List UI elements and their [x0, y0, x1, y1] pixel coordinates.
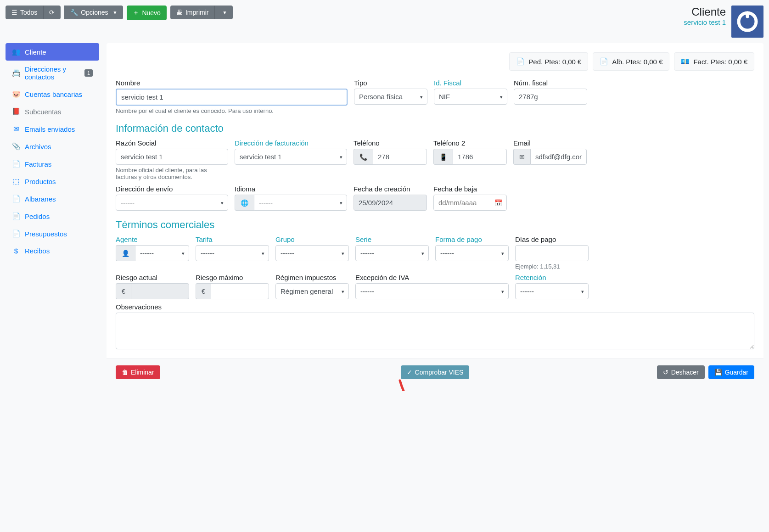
- tarifa-label[interactable]: Tarifa: [196, 235, 269, 243]
- todos-button[interactable]: ☰ Todos: [6, 6, 43, 19]
- diaspago-input[interactable]: [515, 245, 589, 261]
- copy-icon: 📄: [12, 230, 20, 238]
- sidebar-item-label: Emails enviados: [25, 125, 75, 133]
- sidebar-item-cliente[interactable]: 👥 Cliente: [6, 43, 99, 61]
- sidebar-item-pedidos[interactable]: 📄 Pedidos: [6, 207, 99, 225]
- sidebar-item-archivos[interactable]: 📎 Archivos: [6, 138, 99, 155]
- nuevo-button[interactable]: ＋ Nuevo: [127, 6, 166, 20]
- numfiscal-input[interactable]: [514, 89, 587, 105]
- guardar-button[interactable]: 💾 Guardar: [708, 365, 754, 379]
- status-alb[interactable]: 📄 Alb. Ptes: 0,00 €: [593, 52, 669, 71]
- fcreacion-label: Fecha de creación: [354, 185, 427, 193]
- status-fact[interactable]: 💶 Fact. Ptes: 0,00 €: [674, 52, 754, 71]
- sidebar-item-label: Productos: [25, 178, 56, 185]
- eliminar-button[interactable]: 🗑 Eliminar: [116, 365, 160, 379]
- nombre-input[interactable]: [116, 89, 348, 106]
- excepcion-select[interactable]: [355, 283, 509, 299]
- agente-select[interactable]: [135, 245, 189, 261]
- sidebar-item-direcciones[interactable]: 📇 Direcciones y contactos 1: [6, 61, 99, 85]
- user-icon: 👤: [116, 245, 135, 261]
- caret-down-icon: ▼: [222, 10, 227, 15]
- retencion-select[interactable]: [515, 283, 589, 299]
- obs-label: Observaciones: [116, 303, 754, 311]
- status-ped[interactable]: 📄 Ped. Ptes: 0,00 €: [509, 52, 588, 71]
- sidebar-item-presupuestos[interactable]: 📄 Presupuestos: [6, 225, 99, 242]
- idioma-select[interactable]: [254, 195, 347, 211]
- sidebar-item-label: Facturas: [25, 160, 51, 168]
- dir-label[interactable]: Dirección de facturación: [235, 139, 347, 147]
- tel2-label: Teléfono 2: [433, 139, 507, 147]
- imprimir-button[interactable]: 🖶 Imprimir: [170, 6, 215, 19]
- imprimir-dropdown[interactable]: ▼: [214, 6, 233, 19]
- dir-select[interactable]: [235, 149, 347, 165]
- avatar: [731, 6, 763, 38]
- grupo-label[interactable]: Grupo: [275, 235, 349, 243]
- numfiscal-label: Núm. fiscal: [514, 79, 587, 87]
- dollar-icon: $: [12, 247, 20, 255]
- deshacer-button[interactable]: ↺ Deshacer: [657, 365, 705, 379]
- grupo-select[interactable]: [275, 245, 349, 261]
- todos-label: Todos: [20, 9, 37, 16]
- tel-input[interactable]: [373, 149, 427, 165]
- diaspago-help: Ejemplo: 1,15,31: [515, 263, 589, 270]
- plus-icon: ＋: [133, 9, 139, 17]
- obs-textarea[interactable]: [116, 313, 754, 349]
- copy-icon: 📄: [12, 160, 20, 168]
- sidebar-item-cuentas[interactable]: 🐷 Cuentas bancarias: [6, 85, 99, 103]
- email-label: Email: [513, 139, 587, 147]
- razon-input[interactable]: [116, 149, 228, 165]
- subtitle-link[interactable]: servicio test 1: [684, 18, 726, 26]
- fpago-select[interactable]: [435, 245, 509, 261]
- wrench-icon: 🔧: [70, 9, 78, 16]
- tipo-select[interactable]: [354, 89, 427, 105]
- email-input[interactable]: [530, 149, 587, 165]
- idfiscal-label[interactable]: Id. Fiscal: [434, 79, 507, 87]
- sidebar-item-label: Subcuentas: [25, 108, 61, 116]
- envio-select[interactable]: [116, 195, 228, 211]
- fpago-label[interactable]: Forma de pago: [435, 235, 509, 243]
- save-icon: 💾: [714, 369, 722, 376]
- address-icon: 📇: [12, 69, 20, 77]
- excepcion-label: Excepción de IVA: [355, 274, 509, 281]
- idfiscal-select[interactable]: [434, 89, 507, 105]
- euro-icon: €: [196, 283, 211, 299]
- agente-label[interactable]: Agente: [116, 235, 189, 243]
- mobile-icon: 📱: [433, 149, 453, 165]
- sidebar-item-label: Pedidos: [25, 213, 50, 220]
- fcreacion-input: [354, 195, 427, 211]
- razon-help: Nombre oficial del cliente, para las fac…: [116, 167, 212, 180]
- page-title: Cliente: [684, 6, 726, 18]
- riesgomax-input[interactable]: [211, 283, 269, 299]
- copy-icon: 📄: [12, 212, 20, 220]
- sidebar-item-facturas[interactable]: 📄 Facturas: [6, 155, 99, 173]
- serie-select[interactable]: [355, 245, 429, 261]
- regimen-label: Régimen impuestos: [275, 274, 349, 281]
- book-icon: 📕: [12, 107, 20, 116]
- fbaja-label: Fecha de baja: [433, 185, 507, 193]
- tel2-input[interactable]: [453, 149, 507, 165]
- main-panel: 📄 Ped. Ptes: 0,00 € 📄 Alb. Ptes: 0,00 € …: [107, 43, 763, 386]
- imprimir-label: Imprimir: [185, 9, 209, 16]
- tarifa-select[interactable]: [196, 245, 269, 261]
- refresh-button[interactable]: ⟳: [43, 6, 61, 19]
- sidebar-item-subcuentas[interactable]: 📕 Subcuentas: [6, 103, 99, 120]
- vies-button[interactable]: ✓ Comprobar VIES: [401, 365, 470, 379]
- opciones-button[interactable]: 🔧 Opciones ▼: [64, 6, 123, 19]
- opciones-label: Opciones: [81, 9, 108, 16]
- phone-icon: 📞: [354, 149, 373, 165]
- list-icon: ☰: [11, 9, 17, 16]
- regimen-select[interactable]: [275, 283, 349, 299]
- sidebar-item-emails[interactable]: ✉ Emails enviados: [6, 120, 99, 138]
- sidebar-item-productos[interactable]: ⬚ Productos: [6, 173, 99, 190]
- sidebar-item-recibos[interactable]: $ Recibos: [6, 242, 99, 259]
- serie-label[interactable]: Serie: [355, 235, 429, 243]
- check-icon: ✓: [407, 369, 412, 376]
- sidebar-item-albaranes[interactable]: 📄 Albaranes: [6, 190, 99, 207]
- money-icon: 💶: [681, 57, 690, 66]
- clip-icon: 📎: [12, 142, 20, 151]
- sidebar-item-label: Cliente: [25, 48, 46, 56]
- idioma-label: Idioma: [235, 185, 347, 193]
- deshacer-label: Deshacer: [671, 369, 699, 376]
- riesgo-label: Riesgo actual: [116, 274, 189, 281]
- retencion-label[interactable]: Retención: [515, 274, 589, 281]
